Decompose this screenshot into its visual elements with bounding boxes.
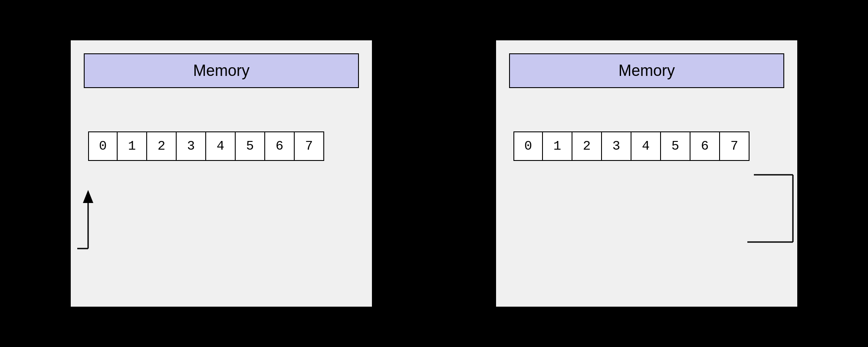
left-up-arrow bbox=[75, 188, 110, 257]
left-cell-4: 4 bbox=[206, 131, 236, 161]
connector-area bbox=[373, 39, 495, 308]
main-container: Memory 0 1 2 3 4 5 6 7 bbox=[0, 0, 868, 347]
left-memory-title: Memory bbox=[193, 62, 250, 80]
connector-arrow bbox=[373, 39, 495, 308]
left-cell-6: 6 bbox=[265, 131, 295, 161]
left-memory-box: Memory 0 1 2 3 4 5 6 7 bbox=[69, 39, 373, 308]
right-cell-7: 7 bbox=[720, 131, 750, 161]
right-cell-5: 5 bbox=[661, 131, 690, 161]
left-cell-0: 0 bbox=[88, 131, 118, 161]
right-cell-0: 0 bbox=[513, 131, 543, 161]
right-cell-3: 3 bbox=[602, 131, 631, 161]
left-cells-row: 0 1 2 3 4 5 6 7 bbox=[88, 131, 324, 161]
right-memory-box: Memory 0 1 2 3 4 5 6 7 bbox=[495, 39, 799, 308]
svg-marker-1 bbox=[83, 190, 93, 203]
left-cell-5: 5 bbox=[236, 131, 265, 161]
right-cell-4: 4 bbox=[631, 131, 661, 161]
left-cell-7: 7 bbox=[295, 131, 324, 161]
right-cell-6: 6 bbox=[690, 131, 720, 161]
left-cell-3: 3 bbox=[177, 131, 206, 161]
left-memory-header: Memory bbox=[84, 53, 359, 88]
svg-marker-4 bbox=[469, 167, 482, 180]
right-memory-header: Memory bbox=[509, 53, 784, 88]
right-memory-title: Memory bbox=[618, 62, 675, 80]
right-cell-2: 2 bbox=[572, 131, 602, 161]
right-cells-row: 0 1 2 3 4 5 6 7 bbox=[513, 131, 750, 161]
right-cell-1: 1 bbox=[543, 131, 572, 161]
left-cell-2: 2 bbox=[147, 131, 177, 161]
left-cell-1: 1 bbox=[118, 131, 147, 161]
right-down-arrow bbox=[745, 162, 797, 249]
